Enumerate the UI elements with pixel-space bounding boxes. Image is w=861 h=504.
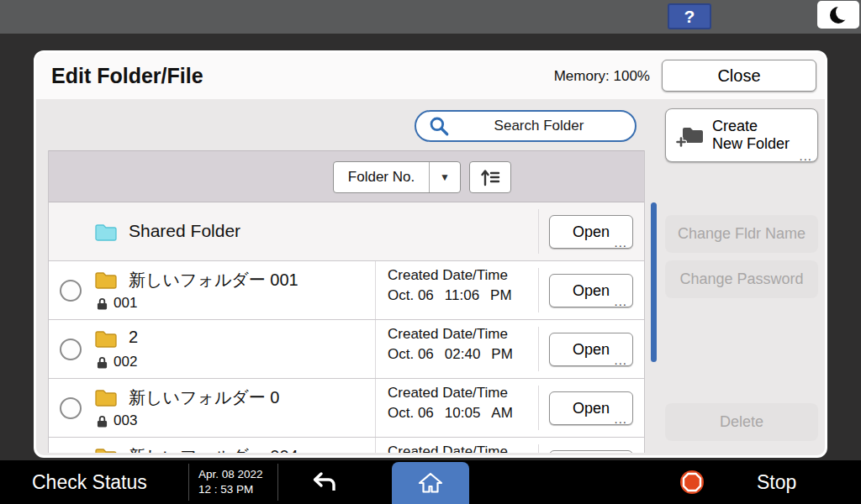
open-button[interactable]: Open ... xyxy=(549,215,633,249)
open-button[interactable]: Open ... xyxy=(549,391,633,425)
search-folder-field[interactable]: Search Folder xyxy=(415,110,637,142)
create-label-line2: New Folder xyxy=(712,135,790,152)
folder-row[interactable]: Shared Folder Open ... xyxy=(49,202,644,261)
folder-select-radio[interactable] xyxy=(60,397,82,419)
folder-row[interactable]: 新しいフォルダー 001 001 Created Date/Time Oct. … xyxy=(49,261,644,320)
open-button[interactable]: Open ... xyxy=(549,274,633,307)
list-scrollbar[interactable] xyxy=(651,202,657,362)
folder-name: Shared Folder xyxy=(129,202,240,260)
created-time: 10:05 xyxy=(445,405,481,422)
created-ampm: PM xyxy=(491,346,513,363)
list-sort-header: Folder No. ▼ xyxy=(49,150,644,202)
more-options-label: ... xyxy=(614,238,627,248)
search-icon xyxy=(428,115,450,137)
folder-row[interactable]: 新しいフォルダー 004 Created Date/Time Open ... xyxy=(49,438,644,453)
folder-select-radio[interactable] xyxy=(60,339,82,360)
folder-number: 001 xyxy=(114,295,137,312)
close-button[interactable]: Close xyxy=(662,60,816,92)
lock-icon xyxy=(97,356,108,369)
device-screen: ? Edit Folder/File Memory: 100% Close Se… xyxy=(0,0,861,504)
memory-status: Memory: 100% xyxy=(554,53,650,99)
open-label: Open xyxy=(573,341,610,358)
stop-button[interactable]: Stop xyxy=(679,460,796,504)
folder-number: 002 xyxy=(114,354,137,370)
created-ampm: AM xyxy=(491,405,513,422)
date-label: Apr. 08 2022 xyxy=(198,467,263,482)
edit-folder-file-panel: Edit Folder/File Memory: 100% Close Sear… xyxy=(34,50,827,458)
create-new-folder-button[interactable]: Create New Folder ... xyxy=(665,108,818,162)
open-button[interactable]: Open ... xyxy=(549,450,633,453)
more-options-label: ... xyxy=(799,151,812,161)
back-button[interactable] xyxy=(308,470,340,496)
sort-order-button[interactable] xyxy=(469,161,511,193)
lock-icon xyxy=(97,297,108,310)
help-button[interactable]: ? xyxy=(668,3,711,29)
divider xyxy=(188,464,189,501)
check-status-button[interactable]: Check Status xyxy=(32,460,147,504)
column-divider xyxy=(538,327,539,371)
folder-select-radio[interactable] xyxy=(60,280,82,302)
folder-icon xyxy=(94,388,118,407)
moon-icon xyxy=(830,7,847,24)
folder-name: 新しいフォルダー 004 xyxy=(129,445,298,453)
stop-label: Stop xyxy=(757,471,796,494)
folder-icon xyxy=(94,270,118,289)
created-time: 11:06 xyxy=(445,287,479,304)
folder-name: 新しいフォルダー 0 xyxy=(129,386,280,409)
date-time-display: Apr. 08 2022 12 : 53 PM xyxy=(198,467,263,497)
sleep-mode-button[interactable] xyxy=(817,1,859,29)
shared-folder-icon xyxy=(94,223,118,241)
created-time: 02:40 xyxy=(445,346,481,363)
open-label: Open xyxy=(573,223,610,240)
column-divider xyxy=(538,209,539,254)
folder-list: Folder No. ▼ Shared Folder O xyxy=(48,150,645,453)
created-date: Oct. 06 xyxy=(388,287,434,304)
top-bar: ? xyxy=(0,0,861,34)
more-options-label: ... xyxy=(614,355,627,365)
created-label: Created Date/Time xyxy=(388,444,538,453)
open-label: Open xyxy=(573,282,610,299)
created-date-cell: Created Date/Time Oct. 06 11:06 PM xyxy=(375,261,538,319)
column-divider xyxy=(538,268,539,312)
column-divider xyxy=(538,444,539,453)
folder-name: 2 xyxy=(129,328,138,347)
lock-icon xyxy=(97,415,108,428)
folder-icon xyxy=(94,329,118,348)
created-label: Created Date/Time xyxy=(388,385,538,402)
page-title: Edit Folder/File xyxy=(51,53,203,99)
panel-header: Edit Folder/File Memory: 100% Close xyxy=(36,53,825,99)
created-date: Oct. 06 xyxy=(388,405,434,422)
change-folder-name-button[interactable]: Change Fldr Name xyxy=(665,215,818,253)
change-password-button[interactable]: Change Password xyxy=(665,260,818,298)
sort-field-dropdown[interactable]: Folder No. ▼ xyxy=(333,161,461,193)
folder-row[interactable]: 2 002 Created Date/Time Oct. 06 02:40 PM xyxy=(49,320,644,379)
create-folder-icon xyxy=(676,124,705,147)
folder-icon xyxy=(94,447,118,453)
folder-name: 新しいフォルダー 001 xyxy=(129,269,298,291)
folder-number: 003 xyxy=(114,412,137,429)
created-date-cell: Created Date/Time Oct. 06 10:05 AM xyxy=(375,379,538,437)
folder-row[interactable]: 新しいフォルダー 0 003 Created Date/Time Oct. 06… xyxy=(49,379,644,438)
created-date: Oct. 06 xyxy=(388,346,434,363)
created-label: Created Date/Time xyxy=(388,267,538,284)
more-options-label: ... xyxy=(614,414,627,424)
created-date-cell: Created Date/Time Oct. 06 02:40 PM xyxy=(375,320,538,378)
open-label: Open xyxy=(573,400,610,417)
created-label: Created Date/Time xyxy=(388,326,538,343)
created-date-cell: Created Date/Time xyxy=(375,438,538,453)
home-icon xyxy=(417,471,444,495)
created-ampm: PM xyxy=(490,287,512,304)
home-button[interactable] xyxy=(392,462,469,504)
delete-button[interactable]: Delete xyxy=(665,403,818,441)
divider xyxy=(277,464,278,501)
more-options-label: ... xyxy=(614,297,627,307)
open-button[interactable]: Open ... xyxy=(549,333,633,366)
create-label-line1: Create xyxy=(712,118,758,134)
time-label: 12 : 53 PM xyxy=(198,482,263,497)
chevron-down-icon: ▼ xyxy=(429,162,460,192)
stop-icon xyxy=(679,470,705,495)
sort-field-value: Folder No. xyxy=(334,162,429,192)
search-folder-label: Search Folder xyxy=(455,118,623,134)
back-arrow-icon xyxy=(308,470,340,493)
system-bottom-bar: Check Status Apr. 08 2022 12 : 53 PM Sto… xyxy=(0,460,861,504)
